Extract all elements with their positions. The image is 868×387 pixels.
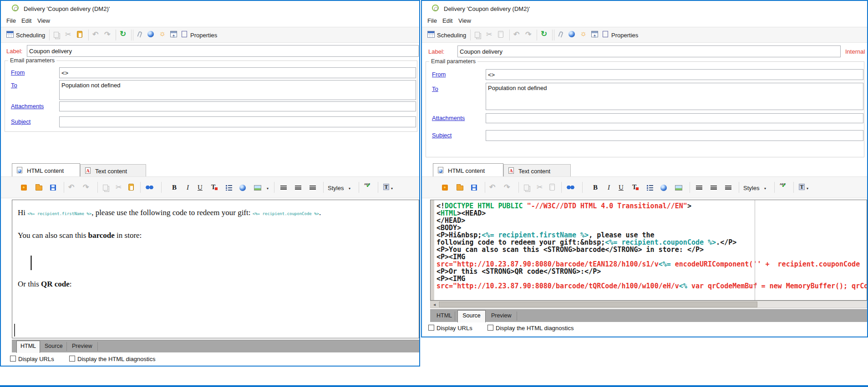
subject-link[interactable]: Subject — [432, 132, 452, 139]
insert-link-icon[interactable] — [239, 185, 246, 191]
spellcheck-icon[interactable]: ABC — [780, 183, 787, 191]
view-tab-html[interactable]: HTML — [437, 312, 452, 319]
editor-paste-icon[interactable] — [549, 184, 555, 191]
editor-copy-icon[interactable] — [103, 185, 108, 191]
to-input[interactable]: Population not defined — [59, 80, 416, 100]
menu-file[interactable]: File — [6, 17, 16, 24]
tab-text-content[interactable]: A Text content — [503, 164, 571, 176]
editor-redo-icon[interactable]: ↷ — [504, 184, 510, 191]
font-color-button[interactable]: T — [211, 184, 218, 191]
insert-image-icon[interactable] — [675, 185, 682, 191]
editor-undo-icon[interactable]: ↶ — [489, 184, 495, 191]
from-input[interactable] — [486, 69, 863, 80]
editor-undo-icon[interactable]: ↶ — [68, 184, 74, 191]
save-icon[interactable] — [471, 185, 477, 191]
menu-file[interactable]: File — [427, 17, 437, 24]
attachments-link[interactable]: Attachments — [11, 103, 44, 110]
menu-view[interactable]: View — [37, 17, 50, 24]
cut-icon[interactable]: ✂ — [65, 31, 71, 38]
from-link[interactable]: From — [11, 69, 25, 76]
open-folder-icon[interactable] — [457, 186, 463, 191]
tracking-globe-icon[interactable] — [569, 31, 575, 37]
subject-input[interactable] — [486, 130, 863, 141]
format-dropdown-arrow[interactable]: ▾ — [807, 186, 808, 191]
editor-copy-icon[interactable] — [524, 185, 529, 191]
bold-button[interactable]: B — [172, 184, 177, 191]
refresh-icon[interactable]: ↻ — [541, 30, 547, 38]
editor-redo-icon[interactable]: ↷ — [83, 184, 89, 191]
display-urls-checkbox[interactable] — [10, 356, 16, 362]
typology-gear-icon[interactable]: ☼ — [159, 30, 166, 37]
tab-html-content[interactable]: HTML content — [12, 163, 80, 176]
styles-dropdown-arrow[interactable]: ▾ — [764, 186, 766, 191]
from-link[interactable]: From — [432, 71, 446, 78]
bullet-list-icon[interactable] — [226, 185, 232, 191]
align-right-icon[interactable] — [310, 186, 316, 191]
menu-edit[interactable]: Edit — [442, 17, 452, 24]
bold-button[interactable]: B — [593, 184, 598, 191]
align-left-icon[interactable] — [696, 186, 702, 191]
budget-icon[interactable]: ± — [170, 31, 177, 37]
label-input[interactable] — [27, 45, 419, 57]
scroll-left-arrow[interactable]: ◂ — [431, 301, 438, 308]
view-tab-preview[interactable]: Preview — [72, 343, 92, 349]
source-horizontal-scrollbar[interactable]: ◂ — [430, 301, 867, 308]
undo-icon[interactable]: ↶ — [92, 31, 98, 38]
view-tab-html[interactable]: HTML — [16, 341, 40, 353]
display-diagnostics-checkbox[interactable] — [487, 325, 493, 331]
format-dropdown-arrow[interactable]: ▾ — [391, 186, 393, 191]
budget-icon[interactable]: ± — [591, 31, 598, 37]
scheduling-button[interactable]: Scheduling — [437, 32, 466, 39]
cut-icon[interactable]: ✂ — [486, 31, 492, 38]
find-binoculars-icon[interactable] — [567, 185, 574, 190]
properties-button[interactable]: Properties — [611, 32, 638, 39]
font-color-button[interactable]: T — [632, 184, 640, 191]
refresh-icon[interactable]: ↻ — [120, 30, 126, 38]
undo-icon[interactable]: ↶ — [513, 31, 519, 38]
typology-gear-icon[interactable]: ☼ — [580, 30, 587, 37]
display-diagnostics-checkbox[interactable] — [69, 356, 75, 362]
open-folder-icon[interactable] — [36, 186, 42, 191]
editor-cut-icon[interactable]: ✂ — [537, 184, 543, 191]
subject-link[interactable]: Subject — [11, 118, 30, 125]
spellcheck-icon[interactable]: ABC — [364, 183, 372, 191]
scrollbar-thumb[interactable] — [439, 302, 757, 307]
to-link[interactable]: To — [432, 85, 438, 92]
source-code-editor[interactable]: <!DOCTYPE HTML PUBLIC "-//W3C//DTD HTML … — [430, 200, 867, 301]
editor-paste-icon[interactable] — [128, 184, 134, 191]
label-input[interactable] — [457, 45, 841, 57]
properties-button[interactable]: Properties — [190, 32, 217, 39]
scheduling-button[interactable]: Scheduling — [16, 32, 45, 39]
insert-image-icon[interactable] — [254, 185, 261, 191]
styles-dropdown-arrow[interactable]: ▾ — [349, 186, 350, 191]
attachments-input[interactable] — [59, 101, 416, 111]
underline-button[interactable]: U — [198, 184, 203, 191]
menu-edit[interactable]: Edit — [21, 17, 31, 24]
paste-icon[interactable] — [498, 31, 503, 38]
italic-button[interactable]: I — [187, 184, 189, 191]
view-tab-source[interactable]: Source — [45, 343, 63, 349]
from-input[interactable] — [59, 67, 416, 78]
menu-view[interactable]: View — [458, 17, 471, 24]
align-left-icon[interactable] — [280, 186, 287, 191]
view-tab-source[interactable]: Source — [457, 310, 486, 322]
styles-dropdown[interactable]: Styles — [328, 185, 344, 191]
display-urls-checkbox[interactable] — [428, 325, 434, 331]
redo-icon[interactable]: ↷ — [104, 31, 110, 38]
import-html-icon[interactable] — [442, 185, 448, 191]
format-cleanup-icon[interactable]: T — [383, 184, 389, 190]
image-dropdown-arrow[interactable]: ▾ — [267, 186, 269, 191]
tab-text-content[interactable]: A Text content — [80, 164, 146, 176]
paste-icon[interactable] — [77, 31, 82, 38]
to-input[interactable]: Population not defined — [486, 83, 863, 110]
editor-cut-icon[interactable]: ✂ — [116, 184, 122, 191]
insert-link-icon[interactable] — [660, 185, 667, 191]
attachments-input[interactable] — [486, 113, 863, 123]
subject-input[interactable] — [59, 116, 416, 127]
redo-icon[interactable]: ↷ — [525, 31, 531, 38]
html-editor-body[interactable]: Hi <%= recipient.firstName %>, please us… — [12, 200, 419, 338]
tab-html-content[interactable]: HTML content — [433, 163, 503, 176]
attachments-link[interactable]: Attachments — [432, 115, 465, 121]
import-html-icon[interactable] — [21, 185, 27, 191]
italic-button[interactable]: I — [608, 184, 610, 191]
